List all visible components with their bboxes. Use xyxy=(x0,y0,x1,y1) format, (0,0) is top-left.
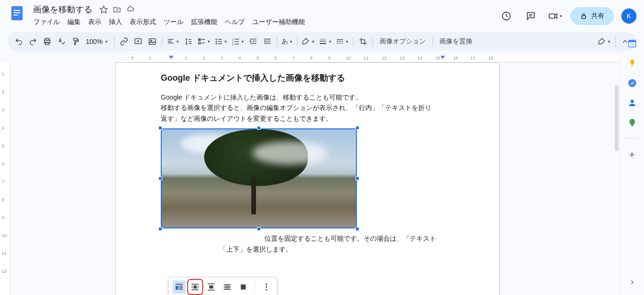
editing-mode-button[interactable]: ▼ xyxy=(596,35,612,48)
svg-rect-42 xyxy=(250,43,257,44)
resize-handle-br[interactable] xyxy=(355,227,359,231)
image-options-button[interactable]: 画像オプション xyxy=(376,37,429,46)
meet-icon[interactable]: ▼ xyxy=(546,7,565,25)
svg-rect-69 xyxy=(192,284,199,285)
layout-more-options-button[interactable] xyxy=(260,280,273,294)
input-tools-button[interactable]: あ▼ xyxy=(280,35,294,48)
layout-inline-button[interactable] xyxy=(173,280,186,294)
scrollbar-thumb[interactable] xyxy=(615,85,619,151)
resize-handle-mr[interactable] xyxy=(355,177,359,180)
share-button[interactable]: 共有 xyxy=(570,7,614,25)
decrease-indent-button[interactable] xyxy=(247,35,260,48)
svg-rect-57 xyxy=(342,43,343,44)
layout-behind-text-button[interactable] xyxy=(221,280,234,294)
calendar-icon[interactable]: 31 xyxy=(627,39,637,48)
resize-handle-bm[interactable] xyxy=(257,227,261,231)
svg-rect-73 xyxy=(192,287,193,288)
svg-rect-47 xyxy=(320,41,327,42)
svg-rect-39 xyxy=(234,44,239,45)
border-dash-button[interactable]: ▼ xyxy=(334,35,350,48)
svg-rect-71 xyxy=(192,286,193,287)
resize-handle-tr[interactable] xyxy=(355,126,359,130)
avatar[interactable]: K xyxy=(621,8,636,24)
layout-break-text-button[interactable] xyxy=(205,280,218,294)
resize-handle-tm[interactable] xyxy=(257,126,261,130)
checklist-button[interactable]: ▼ xyxy=(196,35,212,48)
paragraph-line[interactable]: 「上下」を選択します。 xyxy=(161,244,454,254)
horizontal-ruler[interactable]: 2 1 1 2 3 4 5 6 7 8 9 10 11 12 13 14 15 … xyxy=(131,55,619,62)
zoom-dropdown[interactable]: 100%▼ xyxy=(83,38,111,45)
indent-marker[interactable] xyxy=(169,56,173,59)
document-heading[interactable]: Google ドキュメントで挿入した画像を移動する xyxy=(161,72,454,84)
svg-rect-41 xyxy=(253,41,256,42)
print-button[interactable] xyxy=(41,35,54,48)
menu-tools[interactable]: ツール xyxy=(160,16,187,28)
ruler-tick: 4 xyxy=(2,126,4,130)
align-button[interactable]: ▼ xyxy=(165,35,181,48)
history-icon[interactable] xyxy=(497,7,516,25)
layout-wrap-text-button[interactable] xyxy=(189,280,202,294)
svg-rect-53 xyxy=(337,43,338,44)
line-spacing-button[interactable] xyxy=(182,35,195,48)
undo-button[interactable] xyxy=(12,35,25,48)
border-color-button[interactable]: ▼ xyxy=(300,35,316,48)
ruler-tick: 17 xyxy=(471,56,475,60)
selected-image[interactable] xyxy=(161,128,357,228)
link-button[interactable] xyxy=(117,35,131,48)
border-weight-button[interactable]: ▼ xyxy=(317,35,333,48)
vertical-ruler[interactable]: 1 2 3 4 5 6 7 8 9 10 11 12 xyxy=(0,62,10,295)
menu-help[interactable]: ヘルプ xyxy=(222,16,248,28)
document-title[interactable]: 画像を移動する xyxy=(30,3,95,16)
bulleted-list-button[interactable]: ▼ xyxy=(213,35,229,48)
svg-rect-68 xyxy=(179,289,183,290)
comment-icon[interactable] xyxy=(521,7,540,25)
svg-rect-8 xyxy=(549,14,555,18)
add-addon-button[interactable]: + xyxy=(629,149,635,161)
crop-button[interactable] xyxy=(356,35,370,48)
keep-icon[interactable] xyxy=(627,59,637,68)
menu-view[interactable]: 表示 xyxy=(85,16,105,28)
redo-button[interactable] xyxy=(26,35,40,48)
tasks-icon[interactable] xyxy=(627,78,637,88)
svg-rect-51 xyxy=(339,41,341,42)
svg-rect-43 xyxy=(264,39,271,40)
menu-extensions[interactable]: 拡張機能 xyxy=(188,16,221,28)
paragraph-line[interactable]: 移動する画像を選択すると、画像の編集オプションが表示され、「行内」「テキストを折… xyxy=(161,102,454,113)
docs-app-icon[interactable] xyxy=(8,4,26,23)
star-icon[interactable] xyxy=(99,5,108,14)
menu-insert[interactable]: 挿入 xyxy=(106,16,125,28)
spellcheck-button[interactable] xyxy=(55,35,68,48)
ruler-tick: 12 xyxy=(382,56,387,60)
numbered-list-button[interactable]: 123▼ xyxy=(230,35,246,48)
svg-rect-64 xyxy=(176,284,183,285)
paragraph-line[interactable]: 位置を固定することも可能です。その場合は、「テキスト xyxy=(161,233,454,244)
layout-in-front-button[interactable] xyxy=(237,280,250,294)
resize-handle-bl[interactable] xyxy=(158,227,162,231)
svg-rect-93 xyxy=(631,65,633,67)
svg-text:3: 3 xyxy=(232,43,233,46)
menu-edit[interactable]: 編集 xyxy=(64,16,84,28)
paragraph-line[interactable]: 返す」など画像のレイアウトを変更することもできます。 xyxy=(161,113,454,124)
menu-file[interactable]: ファイル xyxy=(30,16,63,28)
increase-indent-button[interactable] xyxy=(261,35,274,48)
ruler-tick: 8 xyxy=(2,197,4,202)
cloud-status-icon[interactable] xyxy=(125,5,135,14)
add-comment-button[interactable] xyxy=(132,35,145,48)
move-to-folder-icon[interactable] xyxy=(112,5,122,14)
resize-handle-ml[interactable] xyxy=(158,177,162,180)
right-indent-marker[interactable] xyxy=(440,56,445,59)
paragraph-line[interactable]: Google ドキュメントに挿入した画像は、移動することも可能です。 xyxy=(161,92,454,102)
resize-handle-tl[interactable] xyxy=(158,126,162,130)
ruler-tick: 18 xyxy=(488,56,493,60)
paint-format-button[interactable] xyxy=(69,35,82,48)
menu-accessibility[interactable]: ユーザー補助機能 xyxy=(249,16,308,28)
document-canvas[interactable]: Google ドキュメントで挿入した画像を移動する Google ドキュメントに… xyxy=(10,62,619,295)
maps-icon[interactable] xyxy=(627,118,637,127)
ruler-tick: 5 xyxy=(2,143,4,148)
contacts-icon[interactable] xyxy=(627,98,637,108)
replace-image-button[interactable]: 画像を置換 xyxy=(436,37,476,46)
hide-side-panel-button[interactable] xyxy=(628,278,636,287)
insert-image-button[interactable] xyxy=(146,35,159,48)
page[interactable]: Google ドキュメントで挿入した画像を移動する Google ドキュメントに… xyxy=(115,62,500,295)
menu-format[interactable]: 表示形式 xyxy=(126,16,159,28)
